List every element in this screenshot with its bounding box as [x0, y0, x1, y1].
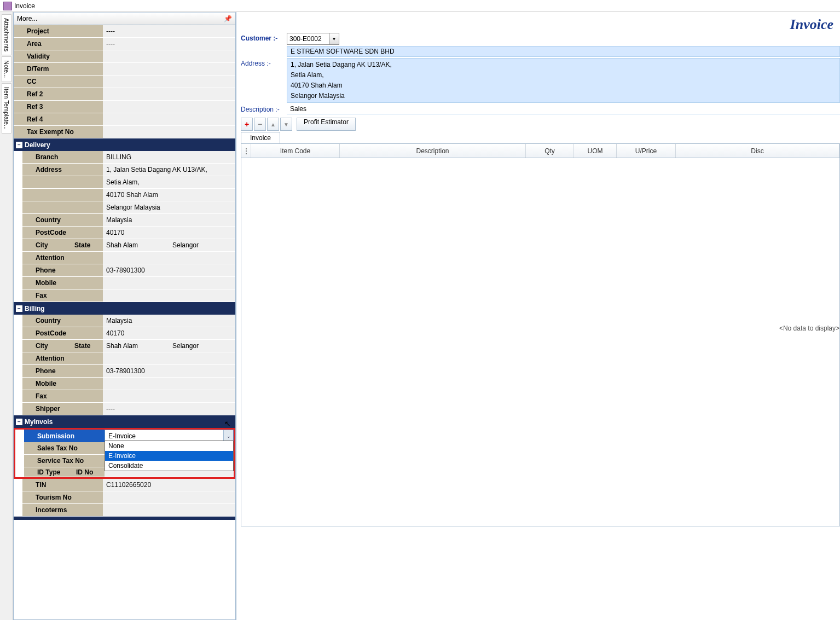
- value-shipper[interactable]: ----: [103, 403, 235, 415]
- move-down-button[interactable]: ▼: [280, 118, 292, 131]
- value-incoterms[interactable]: [103, 504, 235, 516]
- value-tin[interactable]: C11102665020: [103, 479, 235, 491]
- label-attention: Attention: [14, 252, 103, 264]
- label-ref2: Ref 2: [14, 88, 103, 100]
- section-billing[interactable]: −Billing: [14, 302, 235, 315]
- col-price[interactable]: U/Price: [617, 144, 676, 158]
- app-icon: [3, 2, 12, 10]
- value-billing-attention[interactable]: [103, 352, 235, 364]
- pin-icon[interactable]: 📌: [224, 15, 232, 22]
- label-postcode: PostCode: [14, 227, 103, 239]
- submission-highlight-box: Submission E-Invoice ⌄ Sales Tax No None…: [14, 428, 235, 479]
- option-einvoice[interactable]: E-Invoice: [105, 451, 233, 461]
- value-billing-phone[interactable]: 03-78901300: [103, 365, 235, 377]
- value-billing-fax[interactable]: [103, 390, 235, 402]
- move-up-button[interactable]: ▲: [267, 118, 279, 131]
- col-description[interactable]: Description: [340, 144, 526, 158]
- collapse-icon[interactable]: −: [16, 419, 22, 425]
- value-country[interactable]: Malaysia: [103, 214, 235, 226]
- value-phone[interactable]: 03-78901300: [103, 264, 235, 276]
- collapse-icon[interactable]: −: [16, 305, 22, 312]
- value-address1[interactable]: 1, Jalan Setia Dagang AK U13/AK,: [103, 164, 235, 176]
- label-description: Description :-: [241, 104, 287, 113]
- label-billing-country: Country: [14, 315, 103, 327]
- add-row-button[interactable]: +: [241, 118, 253, 131]
- tab-attachments[interactable]: Attachments: [2, 14, 11, 55]
- label-shipper: Shipper: [14, 403, 103, 415]
- option-none[interactable]: None: [105, 441, 233, 451]
- value-billing-state[interactable]: Selangor: [169, 340, 235, 352]
- col-uom[interactable]: UOM: [574, 144, 617, 158]
- value-validity[interactable]: [103, 50, 235, 62]
- value-billing-country[interactable]: Malaysia: [103, 315, 235, 327]
- collapse-icon[interactable]: −: [16, 142, 22, 148]
- no-data-label: <No data to display>: [779, 325, 839, 332]
- label-incoterms: Incoterms: [14, 504, 103, 516]
- customer-select[interactable]: ▼: [287, 33, 339, 45]
- value-mobile[interactable]: [103, 277, 235, 289]
- value-cc[interactable]: [103, 76, 235, 88]
- label-service-tax: Service Tax No: [15, 455, 105, 467]
- side-tabs: Attachments Note... Item Template...: [0, 12, 13, 620]
- value-branch[interactable]: BILLING: [103, 151, 235, 163]
- submission-value: E-Invoice: [108, 432, 136, 440]
- customer-name[interactable]: E STREAM SOFTWARE SDN BHD: [287, 46, 840, 57]
- chevron-down-icon[interactable]: ⌄: [223, 430, 233, 442]
- chevron-down-icon[interactable]: ▼: [329, 33, 339, 44]
- value-billing-postcode[interactable]: 40170: [103, 327, 235, 339]
- value-tourism[interactable]: [103, 491, 235, 503]
- value-fax[interactable]: [103, 289, 235, 302]
- section-bottom: [14, 517, 235, 520]
- right-panel: Invoice Customer :- ▼ E STREAM SOFTWARE …: [236, 12, 840, 620]
- label-phone: Phone: [14, 264, 103, 276]
- label-address: Address: [14, 164, 103, 176]
- left-panel: More... 📌 Project---- Area---- Validity …: [13, 12, 236, 620]
- value-ref3[interactable]: [103, 101, 235, 113]
- more-bar[interactable]: More... 📌: [13, 12, 236, 25]
- titlebar: Invoice: [0, 0, 840, 12]
- value-billing-mobile[interactable]: [103, 378, 235, 390]
- col-disc[interactable]: Disc: [676, 144, 839, 158]
- value-dterm[interactable]: [103, 63, 235, 75]
- line-items-grid[interactable]: ⋮ Item Code Description Qty UOM U/Price …: [241, 143, 840, 526]
- label-project: Project: [14, 25, 103, 37]
- submission-dropdown-list[interactable]: None E-Invoice Consolidate: [105, 441, 234, 471]
- value-city[interactable]: Shah Alam: [103, 239, 169, 251]
- value-attention[interactable]: [103, 252, 235, 264]
- value-ref2[interactable]: [103, 88, 235, 100]
- option-consolidate[interactable]: Consolidate: [105, 461, 233, 471]
- value-address4[interactable]: Selangor Malaysia: [103, 201, 235, 213]
- value-address2[interactable]: Setia Alam,: [103, 176, 235, 188]
- tab-item-template[interactable]: Item Template...: [2, 83, 11, 134]
- label-billing-mobile: Mobile: [14, 378, 103, 390]
- address-block[interactable]: 1, Jalan Setia Dagang AK U13/AK, Setia A…: [287, 58, 840, 103]
- row-handle-column[interactable]: ⋮: [241, 144, 251, 158]
- tab-invoice[interactable]: Invoice: [241, 132, 280, 143]
- section-myinvois[interactable]: −MyInvois: [14, 415, 235, 428]
- remove-row-button[interactable]: −: [254, 118, 266, 131]
- value-state[interactable]: Selangor: [169, 239, 235, 251]
- value-tax-exempt[interactable]: [103, 126, 235, 138]
- grid-toolbar: + − ▲ ▼ Profit Estimator: [241, 118, 840, 131]
- label-tourism: Tourism No: [14, 491, 103, 503]
- tab-note[interactable]: Note...: [2, 56, 11, 82]
- value-project[interactable]: ----: [103, 25, 235, 37]
- section-delivery[interactable]: −Delivery: [14, 138, 235, 151]
- label-country: Country: [14, 214, 103, 226]
- label-tin: TIN: [14, 479, 103, 491]
- value-address3[interactable]: 40170 Shah Alam: [103, 189, 235, 201]
- label-customer: Customer :-: [241, 33, 287, 42]
- label-id-no: ID No: [76, 468, 105, 476]
- col-item-code[interactable]: Item Code: [251, 144, 340, 158]
- col-qty[interactable]: Qty: [526, 144, 574, 158]
- description-field[interactable]: Sales: [287, 104, 840, 114]
- value-area[interactable]: ----: [103, 38, 235, 50]
- value-ref4[interactable]: [103, 113, 235, 125]
- label-id-type: ID Type: [24, 468, 76, 476]
- value-postcode[interactable]: 40170: [103, 227, 235, 239]
- label-city: City: [22, 241, 74, 249]
- customer-code-input[interactable]: [287, 35, 329, 43]
- value-billing-city[interactable]: Shah Alam: [103, 340, 169, 352]
- label-sales-tax: Sales Tax No: [15, 442, 105, 454]
- profit-estimator-button[interactable]: Profit Estimator: [297, 118, 356, 131]
